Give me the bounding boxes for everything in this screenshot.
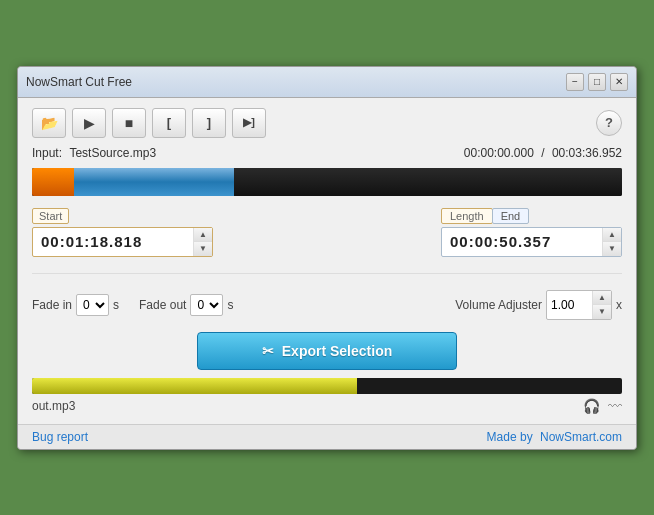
fade-in-select[interactable]: 0123 (76, 294, 109, 316)
volume-input[interactable] (547, 294, 592, 316)
volume-label: Volume Adjuster (455, 298, 542, 312)
end-control: Length End ▲ ▼ (441, 208, 622, 257)
volume-group: Volume Adjuster ▲ ▼ x (455, 290, 622, 320)
scissors-icon: ✂ (262, 343, 274, 359)
volume-input-wrapper: ▲ ▼ (546, 290, 612, 320)
play-button[interactable]: ▶ (72, 108, 106, 138)
end-time-input[interactable] (442, 229, 602, 254)
file-info-bar: Input: TestSource.mp3 00:00:00.000 / 00:… (32, 146, 622, 160)
time-controls-row: Start ▲ ▼ Length End ▲ (32, 204, 622, 261)
main-content: 📂 ▶ ■ [ ] ▶] ? Input: (18, 98, 636, 424)
end-spin-up[interactable]: ▲ (603, 228, 621, 242)
time-separator: / (541, 146, 544, 160)
timeline-selection (74, 168, 234, 196)
headphone-icon[interactable]: 🎧 (583, 398, 600, 414)
export-button[interactable]: ✂ Export Selection (197, 332, 457, 370)
time-display: 00:00:00.000 / 00:03:36.952 (464, 146, 622, 160)
timeline[interactable] (32, 168, 622, 196)
footer-right: Made by NowSmart.com (487, 430, 622, 444)
fade-out-label: Fade out (139, 298, 186, 312)
made-by-text: Made by (487, 430, 533, 444)
volume-spin-down[interactable]: ▼ (593, 305, 611, 319)
close-button[interactable]: ✕ (610, 73, 628, 91)
start-spin-up[interactable]: ▲ (194, 228, 212, 242)
bracket-right-icon: ] (207, 115, 211, 130)
waveform-icon[interactable]: 〰 (608, 398, 622, 414)
progress-section: out.mp3 🎧 〰 (32, 378, 622, 414)
fade-in-label: Fade in (32, 298, 72, 312)
open-button[interactable]: 📂 (32, 108, 66, 138)
progress-bar-fill (32, 378, 357, 394)
fade-in-unit: s (113, 298, 119, 312)
length-tab[interactable]: Length (441, 208, 493, 224)
open-icon: 📂 (41, 115, 58, 131)
progress-footer: out.mp3 🎧 〰 (32, 398, 622, 414)
play-selection-button[interactable]: ▶] (232, 108, 266, 138)
footer-bar: Bug report Made by NowSmart.com (18, 424, 636, 449)
start-time-input[interactable] (33, 229, 193, 254)
end-tab[interactable]: End (492, 208, 530, 224)
fade-out-group: Fade out 0123 s (139, 294, 233, 316)
start-label: Start (32, 208, 69, 224)
volume-spin-up[interactable]: ▲ (593, 291, 611, 305)
options-row: Fade in 0123 s Fade out 0123 s Volume Ad… (32, 286, 622, 324)
fade-in-group: Fade in 0123 s (32, 294, 119, 316)
file-label: Input: TestSource.mp3 (32, 146, 156, 160)
maximize-button[interactable]: □ (588, 73, 606, 91)
export-label: Export Selection (282, 343, 392, 359)
start-spin-down[interactable]: ▼ (194, 242, 212, 256)
toolbar: 📂 ▶ ■ [ ] ▶] ? (32, 108, 622, 138)
stop-icon: ■ (125, 115, 133, 131)
help-icon: ? (605, 115, 613, 130)
help-button[interactable]: ? (596, 110, 622, 136)
volume-unit: x (616, 298, 622, 312)
minimize-button[interactable]: − (566, 73, 584, 91)
fade-out-select[interactable]: 0123 (190, 294, 223, 316)
end-spin-buttons: ▲ ▼ (602, 228, 621, 256)
stop-button[interactable]: ■ (112, 108, 146, 138)
start-input-wrapper: ▲ ▼ (32, 227, 213, 257)
end-input-wrapper: ▲ ▼ (441, 227, 622, 257)
total-time: 00:03:36.952 (552, 146, 622, 160)
audio-icons: 🎧 〰 (583, 398, 622, 414)
play-icon: ▶ (84, 115, 95, 131)
end-spin-down[interactable]: ▼ (603, 242, 621, 256)
made-by-link[interactable]: NowSmart.com (540, 430, 622, 444)
fade-out-unit: s (227, 298, 233, 312)
timeline-played (32, 168, 74, 196)
set-start-button[interactable]: [ (152, 108, 186, 138)
window-title: NowSmart Cut Free (26, 75, 132, 89)
start-spin-buttons: ▲ ▼ (193, 228, 212, 256)
window-controls: − □ ✕ (566, 73, 628, 91)
separator-1 (32, 273, 622, 274)
volume-spin-buttons: ▲ ▼ (592, 291, 611, 319)
length-end-tabs: Length End (441, 208, 529, 224)
bracket-left-icon: [ (167, 115, 171, 130)
set-end-button[interactable]: ] (192, 108, 226, 138)
bug-report-link[interactable]: Bug report (32, 430, 88, 444)
filename: TestSource.mp3 (69, 146, 156, 160)
title-bar: NowSmart Cut Free − □ ✕ (18, 67, 636, 98)
main-window: NowSmart Cut Free − □ ✕ 📂 ▶ ■ [ ] (17, 66, 637, 450)
start-control: Start ▲ ▼ (32, 208, 213, 257)
output-filename: out.mp3 (32, 399, 75, 413)
play-selection-icon: ▶] (243, 116, 255, 129)
current-time: 00:00:00.000 (464, 146, 534, 160)
progress-bar-container (32, 378, 622, 394)
